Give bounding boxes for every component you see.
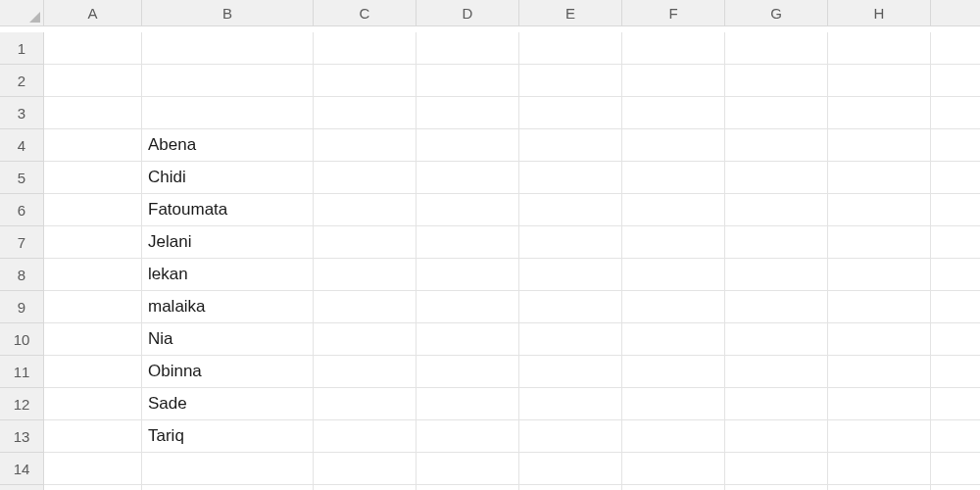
cell-H15[interactable] [828,485,931,490]
col-header-B[interactable]: B [142,0,314,26]
row-header-4[interactable]: 4 [0,129,44,162]
cell-H5[interactable] [828,162,931,194]
cell-B3[interactable] [142,97,314,129]
cell-C8[interactable] [314,259,416,291]
cell-I12[interactable] [931,388,980,420]
cell-G3[interactable] [725,97,828,129]
cell-B13[interactable]: Tariq [142,420,314,453]
col-header-H[interactable]: H [828,0,931,26]
cell-C10[interactable] [314,323,416,356]
cell-B4[interactable]: Abena [142,129,314,162]
cell-C14[interactable] [314,453,416,485]
cell-A6[interactable] [44,194,142,226]
col-header-F[interactable]: F [622,0,725,26]
cell-E15[interactable] [519,485,622,490]
cell-A12[interactable] [44,388,142,420]
cell-E7[interactable] [519,226,622,259]
cell-G9[interactable] [725,291,828,323]
row-header-15[interactable]: 15 [0,485,44,490]
cell-D12[interactable] [416,388,519,420]
col-header-D[interactable]: D [416,0,519,26]
cell-B6[interactable]: Fatoumata [142,194,314,226]
cell-B14[interactable] [142,453,314,485]
cell-G8[interactable] [725,259,828,291]
cell-B10[interactable]: Nia [142,323,314,356]
cell-H12[interactable] [828,388,931,420]
cell-C6[interactable] [314,194,416,226]
cell-G14[interactable] [725,453,828,485]
cell-A11[interactable] [44,356,142,388]
cell-I9[interactable] [931,291,980,323]
cell-I13[interactable] [931,420,980,453]
cell-G5[interactable] [725,162,828,194]
cell-C7[interactable] [314,226,416,259]
cell-H14[interactable] [828,453,931,485]
cell-H7[interactable] [828,226,931,259]
cell-G15[interactable] [725,485,828,490]
cell-H6[interactable] [828,194,931,226]
cell-E4[interactable] [519,129,622,162]
row-header-5[interactable]: 5 [0,162,44,194]
cell-A7[interactable] [44,226,142,259]
cell-C11[interactable] [314,356,416,388]
cell-A4[interactable] [44,129,142,162]
cell-D2[interactable] [416,65,519,97]
cell-D11[interactable] [416,356,519,388]
col-header-C[interactable]: C [314,0,416,26]
cell-C12[interactable] [314,388,416,420]
cell-G10[interactable] [725,323,828,356]
cell-D6[interactable] [416,194,519,226]
cell-H2[interactable] [828,65,931,97]
cell-F10[interactable] [622,323,725,356]
cell-G7[interactable] [725,226,828,259]
cell-I1[interactable] [931,32,980,65]
select-all-corner[interactable] [0,0,44,26]
row-header-1[interactable]: 1 [0,32,44,65]
row-header-8[interactable]: 8 [0,259,44,291]
cell-I6[interactable] [931,194,980,226]
cell-G1[interactable] [725,32,828,65]
cell-F3[interactable] [622,97,725,129]
cell-F4[interactable] [622,129,725,162]
cell-F1[interactable] [622,32,725,65]
cell-I11[interactable] [931,356,980,388]
row-header-3[interactable]: 3 [0,97,44,129]
row-header-11[interactable]: 11 [0,356,44,388]
cell-B1[interactable] [142,32,314,65]
row-header-12[interactable]: 12 [0,388,44,420]
cell-D1[interactable] [416,32,519,65]
cell-D7[interactable] [416,226,519,259]
cell-F15[interactable] [622,485,725,490]
row-header-2[interactable]: 2 [0,65,44,97]
cell-I15[interactable] [931,485,980,490]
cell-H4[interactable] [828,129,931,162]
cell-I10[interactable] [931,323,980,356]
cell-E10[interactable] [519,323,622,356]
cell-A10[interactable] [44,323,142,356]
cell-C15[interactable] [314,485,416,490]
row-header-14[interactable]: 14 [0,453,44,485]
cell-D9[interactable] [416,291,519,323]
row-header-13[interactable]: 13 [0,420,44,453]
cell-G11[interactable] [725,356,828,388]
cell-E8[interactable] [519,259,622,291]
cell-E1[interactable] [519,32,622,65]
cell-H13[interactable] [828,420,931,453]
cell-B5[interactable]: Chidi [142,162,314,194]
cell-B11[interactable]: Obinna [142,356,314,388]
cell-D5[interactable] [416,162,519,194]
cell-B12[interactable]: Sade [142,388,314,420]
cell-I4[interactable] [931,129,980,162]
cell-C9[interactable] [314,291,416,323]
cell-F9[interactable] [622,291,725,323]
cell-D4[interactable] [416,129,519,162]
cell-F7[interactable] [622,226,725,259]
cell-C13[interactable] [314,420,416,453]
cell-A15[interactable] [44,485,142,490]
cell-F5[interactable] [622,162,725,194]
col-header-I[interactable]: I [931,0,980,26]
col-header-G[interactable]: G [725,0,828,26]
cell-F12[interactable] [622,388,725,420]
col-header-A[interactable]: A [44,0,142,26]
cell-E14[interactable] [519,453,622,485]
